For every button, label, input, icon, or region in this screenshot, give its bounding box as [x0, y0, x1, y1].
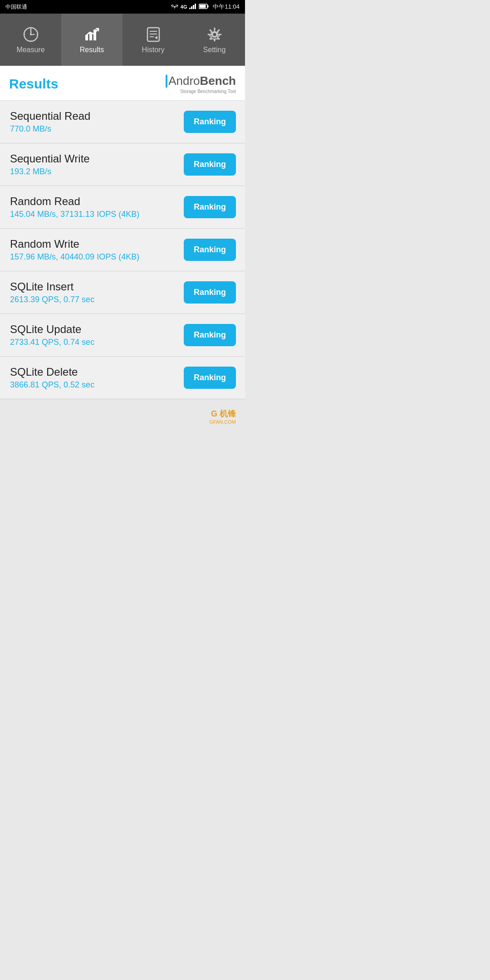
- result-value: 3866.81 QPS, 0.52 sec: [10, 380, 184, 390]
- page-header: Results AndroBench Storage Benchmarking …: [0, 66, 245, 101]
- tab-history-label: History: [142, 46, 165, 54]
- brand-name: AndroBench: [166, 74, 236, 88]
- tab-results-label: Results: [80, 46, 104, 54]
- status-icons: 4G 中午11:04: [171, 3, 240, 11]
- result-name: Sequential Write: [10, 152, 184, 165]
- time-text: 中午11:04: [213, 3, 240, 11]
- result-info: SQLite Update 2733.41 QPS, 0.74 sec: [10, 323, 184, 347]
- result-value: 2733.41 QPS, 0.74 sec: [10, 338, 184, 347]
- result-name: SQLite Delete: [10, 366, 184, 378]
- signal-icon: [189, 4, 196, 10]
- tab-results[interactable]: Results: [61, 14, 122, 66]
- result-info: SQLite Insert 2613.39 QPS, 0.77 sec: [10, 280, 184, 304]
- result-row: SQLite Insert 2613.39 QPS, 0.77 sec Rank…: [0, 271, 245, 314]
- tab-setting[interactable]: Setting: [184, 14, 245, 66]
- brand-andro: Andro: [168, 74, 200, 88]
- tab-measure[interactable]: Measure: [0, 14, 61, 66]
- svg-rect-3: [195, 4, 196, 9]
- ranking-button[interactable]: Ranking: [184, 153, 236, 176]
- ranking-button[interactable]: Ranking: [184, 196, 236, 218]
- status-bar: 中国联通 4G 中午11:04: [0, 0, 245, 14]
- result-row: Sequential Read 770.0 MB/s Ranking: [0, 101, 245, 143]
- watermark: G 机锋 GFAN.COM: [0, 399, 245, 429]
- tab-bar: Measure Results History: [0, 14, 245, 66]
- result-info: Random Read 145.04 MB/s, 37131.13 IOPS (…: [10, 195, 184, 219]
- ranking-button[interactable]: Ranking: [184, 367, 236, 389]
- brand-logo: AndroBench Storage Benchmarking Tool: [166, 74, 236, 94]
- result-value: 193.2 MB/s: [10, 167, 184, 176]
- svg-point-32: [212, 32, 217, 37]
- result-info: Sequential Write 193.2 MB/s: [10, 152, 184, 176]
- result-value: 145.04 MB/s, 37131.13 IOPS (4KB): [10, 210, 184, 219]
- results-icon: [83, 26, 101, 43]
- ranking-button[interactable]: Ranking: [184, 239, 236, 261]
- svg-line-30: [218, 30, 219, 31]
- battery-icon: [199, 4, 209, 10]
- watermark-brand: G 机锋: [211, 408, 236, 419]
- ranking-button[interactable]: Ranking: [184, 281, 236, 304]
- result-row: SQLite Delete 3866.81 QPS, 0.52 sec Rank…: [0, 357, 245, 399]
- tab-measure-label: Measure: [16, 46, 44, 54]
- carrier-text: 中国联通: [5, 3, 27, 11]
- network-type: 4G: [181, 4, 187, 10]
- svg-point-10: [30, 34, 32, 35]
- tab-setting-label: Setting: [203, 46, 226, 54]
- svg-rect-0: [189, 8, 191, 9]
- result-name: SQLite Insert: [10, 280, 184, 293]
- svg-line-31: [210, 38, 211, 39]
- svg-rect-5: [207, 5, 209, 8]
- brand-bar: [166, 75, 167, 88]
- result-row: SQLite Update 2733.41 QPS, 0.74 sec Rank…: [0, 314, 245, 357]
- result-row: Random Read 145.04 MB/s, 37131.13 IOPS (…: [0, 186, 245, 229]
- svg-rect-2: [193, 5, 194, 9]
- brand-subtitle: Storage Benchmarking Tool: [180, 89, 236, 94]
- ranking-button[interactable]: Ranking: [184, 324, 236, 346]
- result-row: Sequential Write 193.2 MB/s Ranking: [0, 143, 245, 186]
- svg-rect-6: [200, 5, 206, 8]
- result-name: Random Write: [10, 238, 184, 250]
- svg-rect-1: [191, 6, 192, 9]
- measure-icon: [22, 26, 39, 43]
- svg-line-29: [218, 38, 219, 39]
- result-row: Random Write 157.96 MB/s, 40440.09 IOPS …: [0, 229, 245, 271]
- result-name: Random Read: [10, 195, 184, 208]
- result-info: SQLite Delete 3866.81 QPS, 0.52 sec: [10, 366, 184, 390]
- result-info: Random Write 157.96 MB/s, 40440.09 IOPS …: [10, 238, 184, 262]
- results-list: Sequential Read 770.0 MB/s Ranking Seque…: [0, 101, 245, 399]
- result-value: 770.0 MB/s: [10, 124, 184, 134]
- history-icon: [145, 26, 162, 43]
- result-value: 157.96 MB/s, 40440.09 IOPS (4KB): [10, 252, 184, 262]
- result-name: SQLite Update: [10, 323, 184, 336]
- svg-line-28: [210, 30, 211, 31]
- result-name: Sequential Read: [10, 110, 184, 122]
- watermark-url: GFAN.COM: [209, 419, 236, 425]
- page-title: Results: [9, 76, 58, 92]
- wifi-icon: [171, 4, 178, 10]
- result-info: Sequential Read 770.0 MB/s: [10, 110, 184, 134]
- setting-icon: [206, 26, 223, 43]
- result-value: 2613.39 QPS, 0.77 sec: [10, 295, 184, 304]
- brand-bench: Bench: [200, 74, 236, 88]
- ranking-button[interactable]: Ranking: [184, 111, 236, 133]
- tab-history[interactable]: History: [122, 14, 184, 66]
